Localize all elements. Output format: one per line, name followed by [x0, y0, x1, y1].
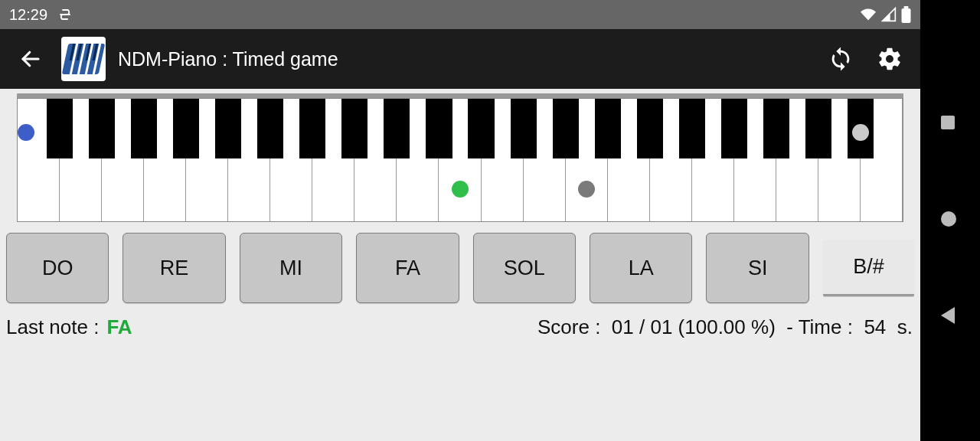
- strike-icon: [58, 8, 72, 21]
- accidental-toggle[interactable]: B/#: [823, 240, 914, 296]
- piano-black-key[interactable]: [47, 99, 73, 158]
- last-note-value: FA: [106, 315, 132, 339]
- piano-black-key[interactable]: [215, 99, 241, 158]
- home-button[interactable]: [941, 211, 959, 230]
- battery-icon: [901, 6, 911, 23]
- piano-black-key[interactable]: [89, 99, 115, 158]
- last-note-label: Last note :: [6, 315, 99, 339]
- piano-black-key[interactable]: [763, 99, 789, 158]
- app-toolbar: NDM-Piano : Timed game: [0, 29, 920, 89]
- score-readout: Score : 01 / 01 (100.00 %) - Time : 54 s…: [537, 315, 913, 339]
- note-button-la[interactable]: LA: [590, 233, 692, 303]
- piano-black-key[interactable]: [131, 99, 157, 158]
- piano-container: [0, 89, 920, 222]
- back-button[interactable]: [12, 41, 49, 77]
- piano-black-key[interactable]: [511, 99, 537, 158]
- piano-marker-dot: [578, 181, 595, 198]
- piano-black-key[interactable]: [595, 99, 621, 158]
- note-buttons-row: DOREMIFASOLLASIB/#: [0, 222, 920, 306]
- piano-keyboard[interactable]: [17, 98, 903, 222]
- svg-rect-1: [902, 8, 911, 23]
- back-nav-button[interactable]: [941, 307, 959, 325]
- piano-black-key[interactable]: [637, 99, 663, 158]
- note-button-do[interactable]: DO: [6, 233, 109, 303]
- refresh-button[interactable]: [822, 41, 859, 77]
- piano-marker-dot: [852, 124, 869, 141]
- piano-black-key[interactable]: [299, 99, 325, 158]
- piano-black-key[interactable]: [426, 99, 452, 158]
- note-button-si[interactable]: SI: [706, 233, 808, 303]
- piano-black-key[interactable]: [679, 99, 705, 158]
- page-title: NDM-Piano : Timed game: [118, 48, 810, 70]
- signal-icon: [881, 7, 897, 22]
- piano-black-key[interactable]: [341, 99, 368, 158]
- piano-black-key[interactable]: [468, 99, 494, 158]
- piano-black-key[interactable]: [173, 99, 199, 158]
- note-button-sol[interactable]: SOL: [473, 233, 576, 303]
- piano-marker-dot: [18, 124, 34, 141]
- status-time: 12:29: [9, 6, 47, 24]
- piano-black-key[interactable]: [805, 99, 831, 158]
- settings-button[interactable]: [871, 41, 908, 77]
- android-nav-bar: [920, 0, 980, 441]
- status-line: Last note : FA Score : 01 / 01 (100.00 %…: [0, 306, 920, 339]
- piano-black-key[interactable]: [721, 99, 747, 158]
- piano-black-key[interactable]: [384, 99, 410, 158]
- piano-black-key[interactable]: [553, 99, 579, 158]
- piano-black-key[interactable]: [257, 99, 283, 158]
- piano-marker-dot: [452, 181, 469, 198]
- svg-rect-2: [904, 6, 909, 8]
- app-logo: [61, 37, 106, 81]
- note-button-mi[interactable]: MI: [240, 233, 342, 303]
- android-status-bar: 12:29: [0, 0, 920, 29]
- wifi-icon: [860, 7, 877, 22]
- note-button-fa[interactable]: FA: [356, 233, 459, 303]
- overview-button[interactable]: [941, 116, 959, 134]
- note-button-re[interactable]: RE: [122, 233, 225, 303]
